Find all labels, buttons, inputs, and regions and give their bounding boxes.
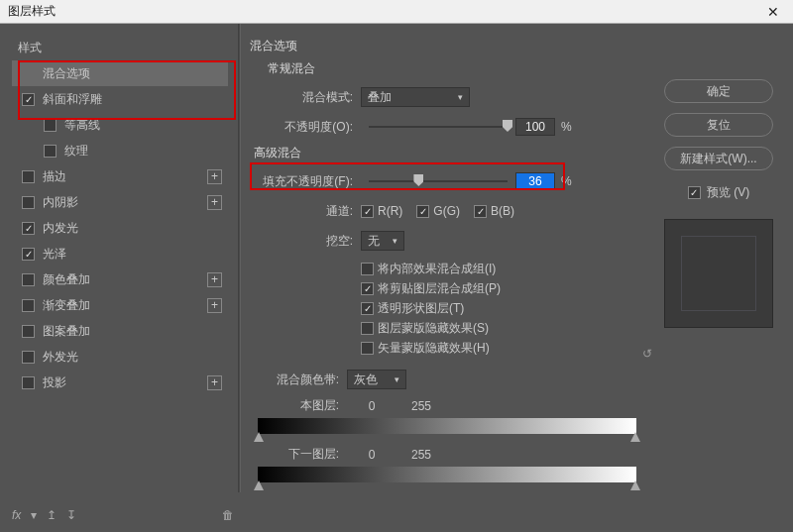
style-item-1[interactable]: 斜面和浮雕 [12,86,228,112]
style-checkbox[interactable] [22,273,35,286]
option-checkbox[interactable] [361,302,374,315]
style-label: 图案叠加 [43,323,222,340]
chevron-down-icon: ▾ [458,92,463,102]
style-checkbox[interactable] [22,222,35,235]
add-effect-icon[interactable]: + [207,375,222,390]
chevron-down-icon: ▾ [393,236,397,246]
main-panel: 混合选项 常规混合 混合模式: 叠加 ▾ 不透明度(O): 100 % 高级混合… [228,36,652,492]
adv-option-1[interactable]: 将剪贴图层混合成组(P) [361,278,644,298]
option-checkbox[interactable] [361,342,374,355]
adv-option-2[interactable]: 透明形状图层(T) [361,298,644,318]
arrow-up-icon[interactable]: ↥ [47,508,57,522]
option-label: 矢量蒙版隐藏效果(H) [378,340,490,357]
reset-icon[interactable]: ↺ [642,347,652,361]
bottom-toolbar: fx ▾ ↥ ↧ [12,508,76,522]
style-checkbox[interactable] [22,170,35,183]
preview-label: 预览 (V) [707,184,749,201]
this-layer-label: 本图层: [250,397,347,414]
option-checkbox[interactable] [361,322,374,335]
cancel-button[interactable]: 复位 [664,113,773,137]
dialog-body: 样式 混合选项斜面和浮雕等高线纹理描边+内阴影+内发光光泽颜色叠加+渐变叠加+图… [0,24,793,532]
style-checkbox[interactable] [22,196,35,209]
add-effect-icon[interactable]: + [207,272,222,287]
style-item-10[interactable]: 图案叠加 [12,318,228,344]
fill-opacity-input[interactable]: 36 [515,172,555,190]
style-label: 光泽 [43,246,222,263]
knockout-label: 挖空: [250,233,361,250]
chevron-down-icon: ▾ [395,374,399,384]
fx-menu[interactable]: fx [12,508,21,522]
add-effect-icon[interactable]: + [207,298,222,313]
style-label: 渐变叠加 [43,297,207,314]
adv-option-4[interactable]: 矢量蒙版隐藏效果(H) [361,338,644,358]
style-checkbox[interactable] [44,145,57,158]
sidebar-header: 样式 [12,36,228,60]
blend-mode-select[interactable]: 叠加 ▾ [361,87,470,107]
style-label: 斜面和浮雕 [43,91,222,108]
style-checkbox[interactable] [22,93,35,106]
style-item-4[interactable]: 描边+ [12,163,228,189]
style-label: 颜色叠加 [43,271,207,288]
option-checkbox[interactable] [361,263,374,275]
style-item-0[interactable]: 混合选项 [12,60,228,86]
ok-button[interactable]: 确定 [664,79,773,103]
adv-option-0[interactable]: 将内部效果混合成组(I) [361,259,644,278]
style-checkbox[interactable] [22,299,35,312]
under-layer-label: 下一图层: [250,446,347,463]
style-item-3[interactable]: 纹理 [12,138,228,163]
opacity-label: 不透明度(O): [250,119,361,136]
blend-if-label: 混合颜色带: [250,372,347,388]
style-checkbox[interactable] [22,376,35,389]
fill-opacity-slider[interactable] [369,174,508,188]
blend-if-select[interactable]: 灰色 ▾ [347,370,406,389]
style-label: 纹理 [64,143,222,160]
style-label: 混合选项 [43,65,222,82]
style-item-7[interactable]: 光泽 [12,241,228,266]
style-checkbox[interactable] [44,119,57,132]
under-layer-ramp[interactable] [258,467,636,482]
opacity-slider[interactable] [369,120,508,134]
style-label: 内发光 [43,220,222,237]
style-item-9[interactable]: 渐变叠加+ [12,292,228,318]
style-checkbox[interactable] [22,351,35,364]
style-item-5[interactable]: 内阴影+ [12,189,228,215]
option-checkbox[interactable] [361,282,374,295]
add-effect-icon[interactable]: + [207,169,222,184]
option-label: 将剪贴图层混合成组(P) [378,280,501,297]
adv-option-3[interactable]: 图层蒙版隐藏效果(S) [361,318,644,338]
style-label: 描边 [43,168,207,185]
style-item-12[interactable]: 投影+ [12,370,228,395]
new-style-button[interactable]: 新建样式(W)... [664,147,773,170]
style-item-8[interactable]: 颜色叠加+ [12,266,228,292]
knockout-select[interactable]: 无 ▾ [361,231,404,251]
opacity-input[interactable]: 100 [515,118,555,136]
add-effect-icon[interactable]: + [207,195,222,210]
right-panel: 确定 复位 新建样式(W)... 预览 (V) [652,36,781,492]
style-item-11[interactable]: 外发光 [12,344,228,370]
option-label: 图层蒙版隐藏效果(S) [378,320,489,337]
channel-b-checkbox[interactable] [474,205,487,218]
preview-checkbox[interactable] [688,186,701,199]
style-label: 外发光 [43,349,222,366]
styles-sidebar: 样式 混合选项斜面和浮雕等高线纹理描边+内阴影+内发光光泽颜色叠加+渐变叠加+图… [12,36,228,492]
option-label: 将内部效果混合成组(I) [378,261,496,277]
style-checkbox[interactable] [22,248,35,261]
this-layer-ramp[interactable] [258,418,636,434]
style-item-6[interactable]: 内发光 [12,215,228,241]
channels-label: 通道: [250,203,361,220]
normal-blend-group: 常规混合 [268,60,644,77]
close-icon[interactable]: ✕ [761,4,785,20]
advanced-blend-group: 高级混合 [254,145,644,161]
style-item-2[interactable]: 等高线 [12,112,228,138]
option-label: 透明形状图层(T) [378,300,464,317]
section-title: 混合选项 [250,38,644,54]
channel-g-checkbox[interactable] [416,205,429,218]
trash-icon[interactable]: 🗑 [222,508,234,522]
titlebar: 图层样式 ✕ [0,0,793,24]
channel-r-checkbox[interactable] [361,205,374,218]
fill-opacity-label: 填充不透明度(F): [250,173,361,190]
style-label: 等高线 [64,117,222,134]
chevron-down-icon[interactable]: ▾ [31,508,37,522]
style-checkbox[interactable] [22,325,35,338]
arrow-down-icon[interactable]: ↧ [66,508,76,522]
